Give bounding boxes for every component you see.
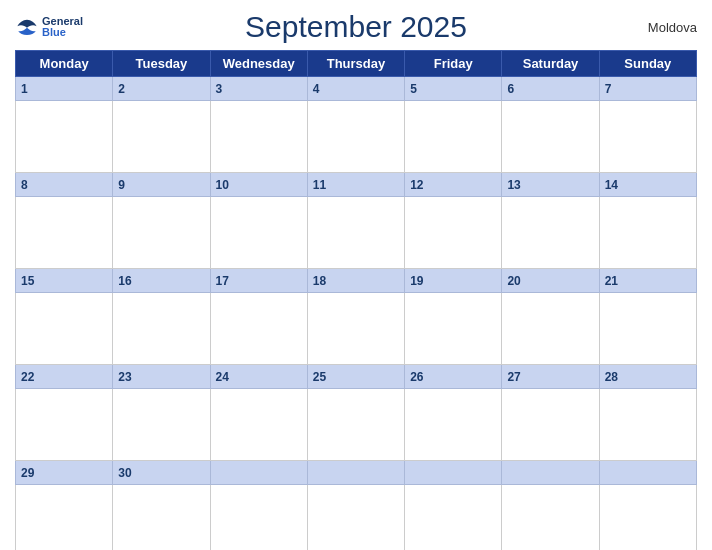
day-number: 8 xyxy=(21,178,28,192)
day-number: 18 xyxy=(313,274,326,288)
week-number-row-3: 15161718192021 xyxy=(16,269,697,293)
day-content-cell xyxy=(16,485,113,551)
date-cell-num xyxy=(599,461,696,485)
day-number: 10 xyxy=(216,178,229,192)
day-content-cell xyxy=(502,293,599,365)
date-cell-num: 1 xyxy=(16,77,113,101)
day-number: 20 xyxy=(507,274,520,288)
week-content-row-3 xyxy=(16,293,697,365)
day-number: 28 xyxy=(605,370,618,384)
date-cell-num: 21 xyxy=(599,269,696,293)
day-number: 1 xyxy=(21,82,28,96)
day-number: 3 xyxy=(216,82,223,96)
date-cell-num: 27 xyxy=(502,365,599,389)
day-number: 15 xyxy=(21,274,34,288)
country-label: Moldova xyxy=(648,20,697,35)
week-number-row-1: 1234567 xyxy=(16,77,697,101)
day-content-cell xyxy=(307,197,404,269)
day-number: 25 xyxy=(313,370,326,384)
date-cell-num: 10 xyxy=(210,173,307,197)
day-content-cell xyxy=(405,101,502,173)
day-number: 6 xyxy=(507,82,514,96)
day-content-cell xyxy=(210,101,307,173)
date-cell-num: 19 xyxy=(405,269,502,293)
day-content-cell xyxy=(210,293,307,365)
day-content-cell xyxy=(113,389,210,461)
week-number-row-4: 22232425262728 xyxy=(16,365,697,389)
date-cell-num: 9 xyxy=(113,173,210,197)
day-content-cell xyxy=(113,197,210,269)
date-cell-num xyxy=(210,461,307,485)
day-content-cell xyxy=(405,197,502,269)
day-content-cell xyxy=(405,389,502,461)
date-cell-num: 24 xyxy=(210,365,307,389)
date-cell-num: 20 xyxy=(502,269,599,293)
date-cell-num: 7 xyxy=(599,77,696,101)
date-cell-num: 17 xyxy=(210,269,307,293)
day-number: 21 xyxy=(605,274,618,288)
date-cell-num: 25 xyxy=(307,365,404,389)
date-cell-num: 8 xyxy=(16,173,113,197)
day-content-cell xyxy=(113,485,210,551)
day-content-cell xyxy=(307,389,404,461)
day-number: 2 xyxy=(118,82,125,96)
logo-blue-text: Blue xyxy=(42,27,83,38)
day-number: 7 xyxy=(605,82,612,96)
day-content-cell xyxy=(405,293,502,365)
day-content-cell xyxy=(599,389,696,461)
day-header-thursday: Thursday xyxy=(307,51,404,77)
calendar-header: General Blue September 2025 Moldova xyxy=(15,10,697,44)
date-cell-num: 30 xyxy=(113,461,210,485)
day-content-cell xyxy=(307,485,404,551)
day-content-cell xyxy=(16,197,113,269)
week-content-row-4 xyxy=(16,389,697,461)
calendar-title: September 2025 xyxy=(245,10,467,44)
date-cell-num: 26 xyxy=(405,365,502,389)
day-content-cell xyxy=(307,293,404,365)
day-content-cell xyxy=(599,197,696,269)
day-number: 5 xyxy=(410,82,417,96)
day-content-cell xyxy=(113,293,210,365)
day-content-cell xyxy=(599,485,696,551)
day-number: 24 xyxy=(216,370,229,384)
day-number: 16 xyxy=(118,274,131,288)
date-cell-num: 16 xyxy=(113,269,210,293)
date-cell-num: 18 xyxy=(307,269,404,293)
week-number-row-2: 891011121314 xyxy=(16,173,697,197)
day-number: 4 xyxy=(313,82,320,96)
day-number: 30 xyxy=(118,466,131,480)
day-number: 23 xyxy=(118,370,131,384)
date-cell-num: 15 xyxy=(16,269,113,293)
day-header-sunday: Sunday xyxy=(599,51,696,77)
day-content-cell xyxy=(502,197,599,269)
day-header-wednesday: Wednesday xyxy=(210,51,307,77)
date-cell-num: 12 xyxy=(405,173,502,197)
week-content-row-1 xyxy=(16,101,697,173)
day-content-cell xyxy=(405,485,502,551)
date-cell-num: 23 xyxy=(113,365,210,389)
date-cell-num xyxy=(405,461,502,485)
day-number: 13 xyxy=(507,178,520,192)
day-content-cell xyxy=(307,101,404,173)
day-content-cell xyxy=(502,485,599,551)
day-number: 27 xyxy=(507,370,520,384)
logo: General Blue xyxy=(15,16,83,38)
day-content-cell xyxy=(16,101,113,173)
day-number: 17 xyxy=(216,274,229,288)
day-number: 14 xyxy=(605,178,618,192)
date-cell-num: 5 xyxy=(405,77,502,101)
date-cell-num xyxy=(502,461,599,485)
day-content-cell xyxy=(210,389,307,461)
day-number: 9 xyxy=(118,178,125,192)
day-header-tuesday: Tuesday xyxy=(113,51,210,77)
date-cell-num: 29 xyxy=(16,461,113,485)
day-content-cell xyxy=(210,485,307,551)
day-header-saturday: Saturday xyxy=(502,51,599,77)
date-cell-num: 6 xyxy=(502,77,599,101)
day-content-cell xyxy=(599,101,696,173)
week-content-row-5 xyxy=(16,485,697,551)
day-header-friday: Friday xyxy=(405,51,502,77)
day-content-cell xyxy=(210,197,307,269)
date-cell-num: 22 xyxy=(16,365,113,389)
day-content-cell xyxy=(599,293,696,365)
